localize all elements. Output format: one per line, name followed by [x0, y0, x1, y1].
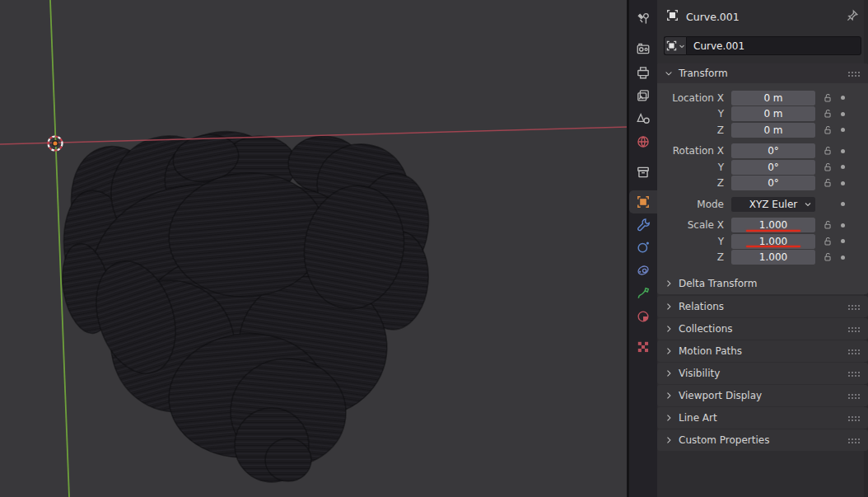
chevron-right-icon [664, 324, 674, 334]
tab-view-layer[interactable] [629, 85, 657, 106]
animate-dot[interactable] [836, 165, 850, 169]
scale-row: Y1.000 [657, 233, 868, 250]
tab-modifiers[interactable] [629, 213, 657, 235]
chevron-right-icon [664, 302, 674, 312]
view-layer-icon [636, 88, 651, 103]
lock-icon[interactable] [820, 219, 834, 231]
breadcrumb-object-name: Curve.001 [686, 11, 740, 23]
properties-tab-column [629, 0, 657, 497]
location-row: Z0 m [657, 122, 868, 138]
panel-drag-handle[interactable] [847, 415, 861, 421]
lock-icon[interactable] [820, 162, 834, 173]
tab-output[interactable] [629, 62, 657, 83]
field-label: Y [657, 162, 731, 173]
location-row: Location X0 m [657, 90, 868, 106]
rotation-value-field[interactable]: 0° [731, 160, 815, 175]
tool-icon [636, 12, 651, 26]
lock-icon[interactable] [820, 236, 834, 247]
object-name-input[interactable] [686, 36, 861, 55]
lock-icon[interactable] [820, 108, 834, 120]
chevron-right-icon [664, 413, 674, 423]
animate-dot[interactable] [836, 128, 850, 132]
field-label: Z [657, 251, 731, 263]
animate-dot[interactable] [836, 181, 850, 185]
panel-drag-handle[interactable] [847, 393, 861, 399]
panel-header-custom-properties[interactable]: Custom Properties [657, 429, 868, 451]
rotation-value-field[interactable]: 0° [731, 143, 815, 158]
output-icon [636, 65, 651, 80]
tab-texture[interactable] [629, 336, 657, 358]
rotation-value-field[interactable]: 0° [731, 176, 815, 190]
rotation-mode-dropdown[interactable]: XYZ Euler [731, 197, 815, 212]
tab-material[interactable] [629, 306, 657, 327]
lock-icon[interactable] [820, 124, 834, 136]
scale-value-field[interactable]: 1.000 [731, 234, 815, 249]
tab-physics[interactable] [629, 237, 657, 258]
field-label: Location X [657, 92, 731, 104]
lock-icon[interactable] [820, 92, 834, 104]
panel-drag-handle[interactable] [847, 371, 861, 377]
chevron-down-icon [664, 68, 674, 78]
panel-title: Custom Properties [679, 434, 769, 446]
animate-dot[interactable] [836, 149, 850, 153]
tab-object-data[interactable] [629, 283, 657, 304]
world-icon [636, 134, 651, 149]
panel-title: Collections [679, 323, 733, 335]
field-label: Y [657, 236, 731, 247]
curve-data-icon [636, 286, 651, 301]
panel-header-line-art[interactable]: Line Art [657, 407, 868, 429]
lock-icon[interactable] [820, 145, 834, 157]
tab-render[interactable] [629, 38, 657, 59]
tab-scene[interactable] [629, 108, 657, 129]
properties-header: Curve.001 [657, 0, 868, 33]
panel-title: Line Art [679, 412, 717, 424]
delta-transform-header[interactable]: Delta Transform [657, 274, 868, 293]
location-value-field[interactable]: 0 m [731, 91, 815, 105]
animate-dot[interactable] [836, 96, 850, 100]
lock-icon[interactable] [820, 251, 834, 263]
rotation-mode-row: ModeXYZ Euler [657, 196, 868, 213]
panel-drag-handle[interactable] [847, 438, 861, 443]
panel-header-collections[interactable]: Collections [657, 318, 868, 340]
location-value-field[interactable]: 0 m [731, 106, 815, 121]
tab-constraints[interactable] [629, 260, 657, 281]
animate-dot[interactable] [836, 112, 850, 116]
animate-dot[interactable] [836, 202, 850, 206]
location-value-field[interactable]: 0 m [731, 123, 815, 138]
collection-icon [636, 165, 651, 180]
tab-tool[interactable] [629, 8, 657, 30]
properties-editor: Curve.001 [657, 0, 868, 497]
chevron-right-icon [664, 368, 674, 378]
animate-dot[interactable] [836, 223, 850, 227]
tab-collection[interactable] [629, 162, 657, 183]
viewport-3d[interactable] [0, 0, 628, 497]
animate-dot[interactable] [836, 239, 850, 243]
panel-drag-handle[interactable] [847, 304, 861, 310]
chevron-right-icon [664, 279, 674, 288]
panel-header-relations[interactable]: Relations [657, 296, 868, 317]
rotation-row: Rotation X0° [657, 143, 868, 160]
collapsed-panels: RelationsCollectionsMotion PathsVisibili… [657, 296, 868, 452]
object-icon-dropdown[interactable] [664, 36, 686, 55]
id-block-row [664, 36, 861, 55]
rotation-row: Y0° [657, 159, 868, 176]
modified-underline [746, 246, 800, 247]
panel-title: Visibility [679, 368, 720, 379]
animate-dot[interactable] [836, 256, 850, 260]
panel-drag-handle[interactable] [847, 349, 861, 354]
chevron-down-icon [804, 200, 812, 209]
lock-icon[interactable] [820, 177, 834, 189]
pin-icon[interactable] [845, 8, 860, 26]
panel-header-visibility[interactable]: Visibility [657, 363, 868, 384]
scale-value-field[interactable]: 1.000 [731, 250, 815, 265]
panel-header-viewport-display[interactable]: Viewport Display [657, 385, 868, 406]
tab-world[interactable] [629, 131, 657, 152]
panel-drag-handle[interactable] [847, 71, 861, 77]
transform-panel-header[interactable]: Transform [657, 63, 868, 83]
panel-drag-handle[interactable] [847, 326, 861, 332]
panel-header-motion-paths[interactable]: Motion Paths [657, 340, 868, 362]
scale-value-field[interactable]: 1.000 [731, 218, 815, 232]
field-label: Y [657, 108, 731, 120]
chevron-right-icon [664, 435, 674, 445]
tab-object[interactable] [629, 190, 657, 213]
